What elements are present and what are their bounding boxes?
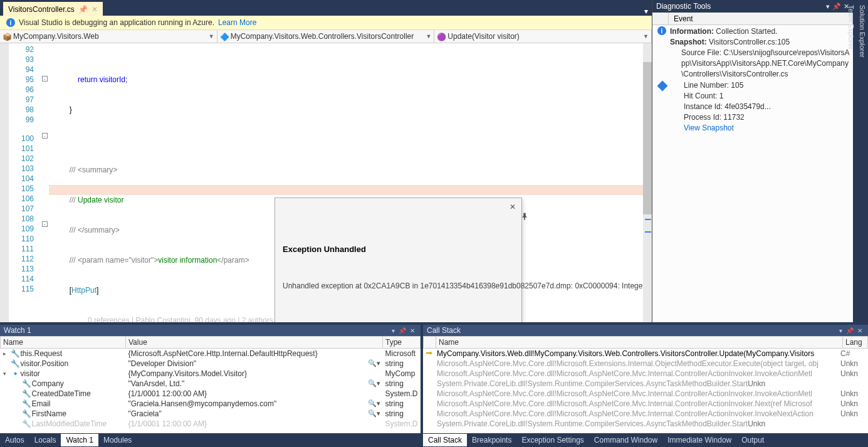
wrench-icon: 🔧 xyxy=(22,379,31,388)
process-id-label: Process Id: 11732 xyxy=(684,112,771,123)
call-stack-frame[interactable]: Microsoft.AspNetCore.Mvc.Core.dll!Micros… xyxy=(423,409,868,419)
current-frame-icon xyxy=(426,359,436,368)
view-snapshot-link[interactable]: View Snapshot xyxy=(684,123,771,134)
chevron-down-icon: ▼ xyxy=(209,33,214,39)
current-frame-icon xyxy=(426,409,436,418)
exception-message: Unhandled exception at 0x2CA1A9CB in 1e7… xyxy=(283,281,514,291)
current-frame-icon xyxy=(426,419,436,428)
call-stack-frame[interactable]: System.Private.CoreLib.dll!System.Runtim… xyxy=(423,379,868,389)
visualizer-icon[interactable]: 🔍▾ xyxy=(368,359,380,367)
call-stack-panel: Call Stack ▾ 📌 ✕ NameLang ⮕MyCompany.Vis… xyxy=(423,322,868,447)
window-menu-icon[interactable]: ▾ xyxy=(826,3,830,11)
callstack-tab[interactable]: Call Stack xyxy=(423,434,467,446)
breakpoints-tab[interactable]: Breakpoints xyxy=(467,434,516,446)
current-frame-icon: ⮕ xyxy=(426,349,436,358)
current-execution-line xyxy=(49,185,652,195)
info-icon: i xyxy=(6,18,15,27)
active-tab[interactable]: VisitorsController.cs 📌 ✕ xyxy=(3,2,103,16)
watch-row[interactable]: 🔧CreatedDateTime{1/1/0001 12:00:00 AM}Sy… xyxy=(1,389,421,399)
chevron-down-icon: ▼ xyxy=(426,33,431,39)
watch-row[interactable]: 🔧Email"Graciela.Hansen@mycompanydemos.co… xyxy=(1,399,421,409)
locals-tab[interactable]: Locals xyxy=(29,434,61,446)
watch-row[interactable]: ▾🔹visitor{MyCompany.Visitors.Model.Visit… xyxy=(1,369,421,379)
namespace-icon: 📦 xyxy=(3,33,11,40)
learn-more-link[interactable]: Learn More xyxy=(218,18,256,27)
immediate-window-tab[interactable]: Immediate Window xyxy=(662,434,736,446)
event-column[interactable]: Event xyxy=(669,13,853,24)
watch1-tab[interactable]: Watch 1 xyxy=(61,434,98,446)
code-nav-bar: 📦 MyCompany.Visitors.Web ▼ 🔷 MyCompany.V… xyxy=(0,30,652,43)
class-icon: 🔷 xyxy=(220,33,229,40)
instance-id-label: Instance Id: 4fe035479d... xyxy=(684,102,771,112)
call-stack-frame[interactable]: System.Private.CoreLib.dll!System.Runtim… xyxy=(423,419,868,429)
namespace-dropdown[interactable]: 📦 MyCompany.Visitors.Web ▼ xyxy=(0,30,217,43)
call-stack-tabs: Call Stack Breakpoints Exception Setting… xyxy=(423,433,868,447)
close-icon[interactable]: ✕ xyxy=(508,202,518,212)
snapshot-icon xyxy=(657,81,668,92)
tab-overflow-icon[interactable]: ▾ xyxy=(641,7,652,16)
banner-text: Visual Studio is debugging an applicatio… xyxy=(19,18,214,27)
pin-icon[interactable]: 📌 xyxy=(844,327,855,334)
wrench-icon: 🔧 xyxy=(22,399,31,408)
diag-snapshot-row[interactable]: Snapshot: VisitorsController.cs:105 xyxy=(655,37,850,48)
pin-icon[interactable]: 📌 xyxy=(832,3,841,11)
pin-icon[interactable]: 📌 xyxy=(397,327,408,334)
method-icon: 🟣 xyxy=(437,33,446,40)
info-icon: i xyxy=(657,26,666,35)
panel-title: Diagnostic Tools xyxy=(656,2,711,11)
class-dropdown[interactable]: 🔷 MyCompany.Visitors.Web.Controllers.Vis… xyxy=(217,30,435,43)
watch-table[interactable]: NameValueType ▸🔧this.Request{Microsoft.A… xyxy=(0,336,421,429)
wrench-icon: 🔧 xyxy=(11,359,19,368)
call-stack-frame[interactable]: Microsoft.AspNetCore.Mvc.Core.dll!Micros… xyxy=(423,389,868,399)
wrench-icon: 🔧 xyxy=(22,389,31,398)
output-tab[interactable]: Output xyxy=(736,434,769,446)
watch-row[interactable]: 🔧LastModifiedDateTime{1/1/0001 12:00:00 … xyxy=(1,419,421,429)
hit-count-label: Hit Count: 1 xyxy=(684,91,771,102)
watch-row[interactable]: ▸🔧this.Request{Microsoft.AspNetCore.Http… xyxy=(1,349,421,359)
current-frame-icon xyxy=(426,389,436,398)
exception-settings-tab[interactable]: Exception Settings xyxy=(516,434,588,446)
visualizer-icon[interactable]: 🔍▾ xyxy=(368,399,380,408)
visualizer-icon[interactable]: 🔍▾ xyxy=(368,379,380,387)
close-icon[interactable]: ✕ xyxy=(92,5,98,14)
visualizer-icon[interactable]: 🔍▾ xyxy=(368,409,380,418)
close-icon[interactable]: ✕ xyxy=(408,327,417,334)
pin-icon[interactable]: 📌 xyxy=(78,5,88,14)
watch-row[interactable]: 🔧FirstName"Graciela"🔍▾string xyxy=(1,409,421,419)
azure-debug-banner: i Visual Studio is debugging an applicat… xyxy=(0,16,652,30)
call-stack-frame[interactable]: Microsoft.AspNetCore.Mvc.Core.dll!Micros… xyxy=(423,369,868,379)
exception-title: Exception Unhandled xyxy=(283,245,514,255)
chevron-down-icon: ▼ xyxy=(643,33,649,39)
diag-columns: Event xyxy=(652,13,853,25)
command-window-tab[interactable]: Command Window xyxy=(589,434,662,446)
modules-tab[interactable]: Modules xyxy=(98,434,137,446)
window-menu-icon[interactable]: ▾ xyxy=(390,327,397,334)
watch-row[interactable]: 🔧Company"VanArsdel, Ltd."🔍▾string xyxy=(1,379,421,389)
call-stack-header: Call Stack ▾ 📌 ✕ xyxy=(423,325,868,336)
call-stack-frame[interactable]: Microsoft.AspNetCore.Mvc.Core.dll!Micros… xyxy=(423,359,868,369)
close-icon[interactable]: ✕ xyxy=(844,3,849,11)
diag-info-row[interactable]: i Information: Collection Started. xyxy=(655,26,850,37)
call-stack-frame[interactable]: Microsoft.AspNetCore.Mvc.Core.dll!Micros… xyxy=(423,399,868,409)
wrench-icon: 🔧 xyxy=(22,419,31,428)
autos-tab[interactable]: Autos xyxy=(0,434,29,446)
method-dropdown[interactable]: 🟣 Update(Visitor visitor) ▼ xyxy=(434,30,652,43)
watch-panel: Watch 1 ▾ 📌 ✕ NameValueType ▸🔧this.Reque… xyxy=(0,322,423,447)
current-frame-icon xyxy=(426,379,436,388)
watch-header: Watch 1 ▾ 📌 ✕ xyxy=(0,325,421,336)
cube-icon: 🔹 xyxy=(11,369,19,378)
line-number-label: Line Number: 105 xyxy=(684,80,771,91)
window-menu-icon[interactable]: ▾ xyxy=(837,327,844,334)
wrench-icon: 🔧 xyxy=(11,349,19,358)
document-tabs: VisitorsController.cs 📌 ✕ ▾ xyxy=(0,0,652,16)
watch-row[interactable]: 🔧visitor.Position"Developer Division"🔍▾s… xyxy=(1,359,421,369)
call-stack-table: NameLang xyxy=(423,336,868,349)
watch-tabs: Autos Locals Watch 1 Modules xyxy=(0,433,421,447)
current-frame-icon xyxy=(426,399,436,408)
diagnostic-tools-header: Diagnostic Tools ▾ 📌 ✕ xyxy=(652,0,853,13)
pin-icon[interactable] xyxy=(495,202,505,212)
current-frame-icon xyxy=(426,369,436,378)
close-icon[interactable]: ✕ xyxy=(855,327,864,334)
call-stack-frame[interactable]: ⮕MyCompany.Visitors.Web.dll!MyCompany.Vi… xyxy=(423,349,868,359)
tab-title: VisitorsController.cs xyxy=(8,5,75,14)
